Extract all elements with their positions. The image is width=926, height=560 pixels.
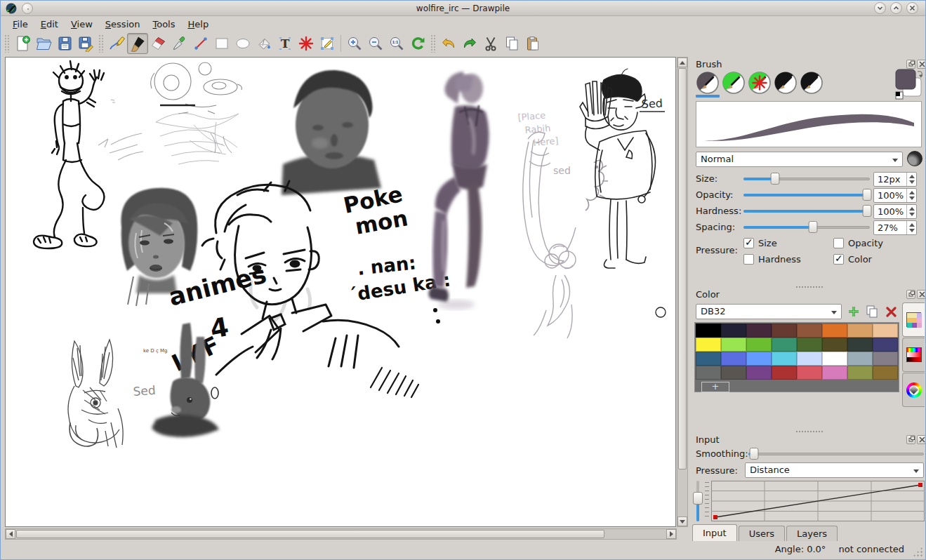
checkbox-icon[interactable] <box>833 238 844 248</box>
palette-swatch[interactable] <box>797 366 822 380</box>
color-panel-close-button[interactable] <box>917 290 926 299</box>
panel-splitter[interactable] <box>795 430 824 434</box>
menu-item-edit[interactable]: Edit <box>34 18 65 31</box>
palette-swatch[interactable] <box>772 366 797 380</box>
slider-handle[interactable] <box>693 492 703 505</box>
spin-down-icon[interactable] <box>909 180 915 184</box>
toolbar-laser-pointer-button[interactable] <box>296 33 317 54</box>
palette-swatch[interactable] <box>772 324 797 338</box>
curve-point-start[interactable] <box>713 515 717 519</box>
curve-point-end[interactable] <box>918 483 922 487</box>
palette-swatch[interactable] <box>873 366 898 380</box>
brush-slot-5[interactable] <box>800 71 824 98</box>
toolbar-pen-button[interactable] <box>106 33 127 54</box>
vertical-scrollbar[interactable] <box>677 57 688 527</box>
toolbar-copy-button[interactable] <box>501 33 522 54</box>
toolbar-undo-button[interactable] <box>438 33 459 54</box>
toolbar-handle[interactable] <box>98 34 104 53</box>
palette-select[interactable]: DB32 <box>696 304 842 319</box>
add-color-button[interactable]: + <box>701 382 729 392</box>
dock-tab-layers[interactable]: Layers <box>786 526 838 541</box>
toolbar-rectangle-button[interactable] <box>211 33 232 54</box>
vertical-scroll-thumb[interactable] <box>678 68 687 469</box>
scroll-down-button[interactable] <box>677 516 687 526</box>
palette-swatch[interactable] <box>873 338 898 352</box>
palette-swatch[interactable] <box>797 352 822 366</box>
palette-swatch[interactable] <box>822 352 847 366</box>
checkbox-icon[interactable] <box>833 254 844 265</box>
toolbar-save-button[interactable] <box>54 33 75 54</box>
palette-swatch[interactable] <box>721 324 746 338</box>
color-panel-float-button[interactable] <box>906 290 915 299</box>
maximize-button[interactable] <box>890 2 902 14</box>
pressure-mode-select[interactable]: Distance <box>745 462 924 478</box>
spin-down-icon[interactable] <box>909 213 915 216</box>
size-slider[interactable] <box>743 172 870 185</box>
spin-up-icon[interactable] <box>909 191 915 194</box>
blend-mode-select[interactable]: Normal <box>696 152 903 167</box>
menu-item-view[interactable]: View <box>65 18 99 31</box>
toolbar-text-button[interactable] <box>275 33 296 54</box>
palette-swatch[interactable] <box>696 338 721 352</box>
palette-swatch[interactable] <box>721 352 746 366</box>
spin-up-icon[interactable] <box>909 175 915 178</box>
duplicate-palette-button[interactable] <box>864 303 880 320</box>
menu-item-tools[interactable]: Tools <box>146 18 181 31</box>
palette-swatch[interactable] <box>847 324 873 338</box>
toolbar-handle[interactable] <box>4 34 10 53</box>
panel-splitter[interactable] <box>795 286 824 289</box>
dock-tab-users[interactable]: Users <box>739 526 785 541</box>
pressure-curve[interactable] <box>711 481 925 521</box>
slider-handle[interactable] <box>809 221 818 233</box>
menu-item-file[interactable]: File <box>6 18 34 31</box>
horizontal-scroll-thumb[interactable] <box>16 530 604 538</box>
toolbar-paste-button[interactable] <box>522 33 543 54</box>
toolbar-zoom-original-button[interactable] <box>386 33 407 54</box>
brush-slot-1[interactable] <box>696 71 720 98</box>
add-palette-button[interactable] <box>845 303 862 320</box>
toolbar-color-picker-button[interactable] <box>169 33 190 54</box>
toolbar-eraser-button[interactable] <box>148 33 169 54</box>
toolbar-save-as-button[interactable] <box>75 33 96 54</box>
smoothing-slider[interactable] <box>748 447 924 460</box>
palette-swatch[interactable] <box>873 352 898 366</box>
horizontal-scrollbar[interactable] <box>5 528 677 540</box>
toolbar-zoom-out-button[interactable] <box>365 33 386 54</box>
slider-handle[interactable] <box>749 448 758 460</box>
toolbar-brush-button[interactable] <box>127 33 148 54</box>
hardness-slider[interactable] <box>743 204 870 217</box>
size-spinbox[interactable]: 12px <box>873 172 917 187</box>
curve-vertical-slider[interactable] <box>693 481 703 521</box>
menu-item-help[interactable]: Help <box>181 18 215 31</box>
palette-swatch[interactable] <box>746 352 772 366</box>
drawing-canvas[interactable]: Poke mon . nan: ´desu ka : animes 4 LYF <box>5 57 676 527</box>
menu-item-session[interactable]: Session <box>99 18 147 31</box>
spin-up-icon[interactable] <box>909 223 915 227</box>
spacing-spinbox[interactable]: 27% <box>873 220 917 235</box>
pressure-checkbox-size[interactable]: Size <box>743 238 777 248</box>
toolbar-cut-button[interactable] <box>480 33 501 54</box>
palette-swatch[interactable] <box>822 366 847 380</box>
checkbox-icon[interactable] <box>743 254 754 265</box>
palette-swatch[interactable] <box>772 338 797 352</box>
resize-grip[interactable] <box>913 547 922 556</box>
color-tab-palette[interactable] <box>902 302 925 337</box>
input-panel-float-button[interactable] <box>906 435 915 444</box>
pressure-checkbox-opacity[interactable]: Opacity <box>833 238 883 248</box>
palette-swatch[interactable] <box>721 338 746 352</box>
toolbar-handle[interactable] <box>430 34 436 53</box>
toolbar-open-button[interactable] <box>33 33 54 54</box>
palette-swatch[interactable] <box>746 366 772 380</box>
palette-swatch[interactable] <box>721 366 746 380</box>
foreground-background-swatch[interactable] <box>894 67 925 100</box>
color-tab-sliders[interactable] <box>902 338 925 372</box>
palette-swatch[interactable] <box>746 324 772 338</box>
palette-swatch[interactable] <box>696 366 721 380</box>
toolbar-zoom-in-button[interactable] <box>344 33 365 54</box>
toolbar-annotation-button[interactable] <box>317 33 338 54</box>
toolbar-ellipse-button[interactable] <box>232 33 253 54</box>
palette-swatch[interactable] <box>822 324 847 338</box>
brush-slot-3[interactable] <box>748 71 772 98</box>
brush-slot-2[interactable] <box>722 71 746 98</box>
blend-indicator-button[interactable] <box>907 151 922 166</box>
